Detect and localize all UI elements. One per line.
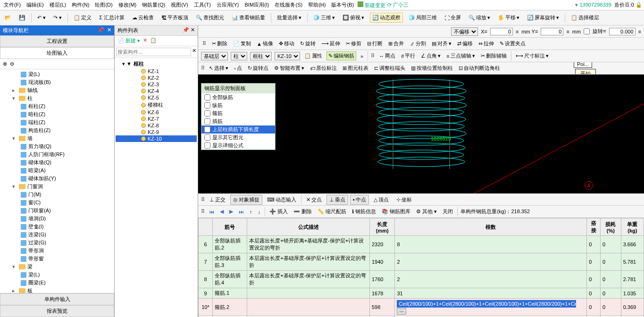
local3d-button[interactable]: 🧊 局部三维 [407, 13, 439, 22]
tree-item[interactable]: ▾ 门窗洞 [0, 183, 114, 191]
x-spinner[interactable]: ≡ [516, 29, 519, 34]
delete-button[interactable]: ➖ 删除 [292, 208, 313, 216]
menu-view[interactable]: 视图(V) [169, 0, 190, 9]
threeaux-button[interactable]: ≡ 三点辅轴 ▾ [445, 52, 476, 60]
tree-item[interactable]: 框柱(Z) [0, 102, 114, 110]
zoom-button[interactable]: 🔍 缩放 ▾ [467, 13, 492, 22]
tree-item[interactable]: 墙洞(D) [0, 215, 114, 223]
pan-button[interactable]: ✋ 平移 ▾ [496, 13, 521, 22]
redo-button[interactable]: ↷ ▾ [51, 14, 64, 22]
scale-button[interactable]: 📏 缩尺配筋 [316, 208, 348, 216]
grip-icon[interactable]: ⠿ [201, 197, 205, 203]
tree-item[interactable]: 梁(L) [0, 271, 114, 279]
setgrip-button[interactable]: ✎ 设置夹点 [498, 40, 527, 48]
display-option[interactable]: 上层柱插筋下插长度 [201, 125, 275, 133]
offset-button[interactable]: ⇄ 偏移 [456, 40, 474, 48]
findel-button[interactable]: 🔍 查找图元 [194, 13, 226, 22]
menu-file[interactable]: 文件(F) [2, 0, 23, 9]
table-row[interactable]: 8全部纵筋插筋.4本层露出长度+基础厚度-保护层+计算设置设定的弯折176020… [199, 271, 644, 288]
tree-item[interactable]: 现浇板(B) [0, 78, 114, 86]
grip-icon[interactable]: ⠿ [201, 40, 208, 47]
split-button[interactable]: ⫽ 分割 [408, 40, 427, 48]
view3d-button[interactable]: 🧊 三维 ▾ [311, 13, 337, 22]
component-item[interactable]: KZ-2 [116, 75, 197, 81]
collapse-icon[interactable]: ⊖ [10, 61, 14, 67]
floor-select[interactable]: 基础层 [201, 52, 228, 60]
menu-help[interactable]: 帮助(H) [306, 0, 327, 9]
align-button[interactable]: ▤ 对齐 ▾ [430, 40, 453, 48]
menu-bim[interactable]: BIM应用(I) [243, 0, 271, 9]
twopoint-button[interactable]: ↔ 两点 [377, 52, 397, 60]
item-select[interactable]: KZ-10 [275, 52, 300, 60]
rebar-data-grid[interactable]: 筋号公式描述长度(mm)根数搭接损耗(%)单重(kg)6全部纵筋插筋.2本层露出… [198, 218, 644, 317]
y-input[interactable] [541, 28, 563, 35]
break-button[interactable]: ⊟ 打断 [366, 40, 384, 48]
menu-edit[interactable]: 编辑(E) [25, 0, 46, 9]
rotate-button[interactable]: ↻ 旋转 [299, 40, 317, 48]
delete-icon[interactable]: ✕ [143, 37, 147, 44]
extend-button[interactable]: ⟶ 延伸 [320, 40, 342, 48]
subcategory-select[interactable]: 框柱 [250, 52, 272, 60]
pin-icon[interactable]: 📌 [98, 27, 104, 34]
pin-icon[interactable]: 📌 [183, 27, 189, 33]
tree-item[interactable]: 带形窗 [0, 255, 114, 263]
menu-rebar[interactable]: 钢筋量(Q) [140, 0, 167, 9]
adjend-button[interactable]: ⊏ 调整柱端头 [373, 64, 407, 72]
tree-item[interactable]: 窗(C) [0, 199, 114, 207]
dyn-toggle[interactable]: ⌨ 动态输入 [264, 195, 299, 205]
autocorner-button[interactable]: ⊡ 自动判断边角柱 [457, 64, 502, 72]
x-input[interactable] [490, 28, 513, 35]
display-option[interactable]: 显示其它图元 [201, 133, 275, 142]
coord-toggle[interactable]: ⊹ 坐标 [393, 195, 415, 205]
tree-item[interactable]: 门联窗(A) [0, 207, 114, 215]
component-item[interactable]: KZ-9 [116, 129, 197, 135]
nav-next-icon[interactable]: ▶ [228, 208, 234, 215]
parallel-button[interactable]: # 平行 [400, 52, 417, 60]
menu-floor[interactable]: 楼层(L) [48, 0, 68, 9]
tree-item[interactable]: 连梁(G) [0, 231, 114, 239]
display-option[interactable]: 插筋 [201, 117, 275, 125]
nav-last-icon[interactable]: ⏭ [237, 209, 245, 215]
search-input[interactable] [116, 48, 191, 56]
display-option[interactable]: 箍筋 [201, 109, 275, 117]
tree-item[interactable]: ▾ 墙 [0, 134, 114, 142]
menu-cloud[interactable]: 云应用(Y) [215, 0, 241, 9]
delaux-button[interactable]: ✂ 删除辅轴 [479, 52, 508, 60]
other-button[interactable]: ⚙ 其他 ▾ [415, 208, 438, 216]
rot-input[interactable] [609, 28, 636, 35]
more-icon[interactable]: » [359, 53, 365, 59]
point-button[interactable]: ▫ 点 [233, 64, 243, 72]
merge-button[interactable]: ⊞ 合并 [387, 40, 405, 48]
tree-item[interactable]: ▸ 板 [0, 287, 114, 293]
menu-version[interactable]: 版本号(B) [329, 0, 356, 9]
component-item[interactable]: 楼梯柱 [116, 101, 197, 109]
copy-button[interactable]: 📄 复制 [232, 40, 252, 48]
grip-icon[interactable]: ⠿ [201, 65, 205, 71]
grip-icon[interactable]: ⠿ [371, 53, 375, 59]
dynview-button[interactable]: 🔄 动态观察 [370, 13, 403, 23]
tree-item[interactable]: 暗柱(Z) [0, 110, 114, 118]
component-tree[interactable]: 梁(L) 现浇板(B)▸ 轴线▾ 柱 框柱(Z) 暗柱(Z) 端柱(Z) 构造柱… [0, 69, 114, 293]
expand-icon[interactable]: ⊕ [3, 61, 7, 67]
table-row[interactable]: 9箍筋.1167831001.035 [199, 288, 644, 299]
tree-item[interactable]: 暗梁(A) [0, 167, 114, 175]
up-icon[interactable]: ↑ [248, 209, 254, 215]
drawbypos-button[interactable]: ▥ 按墙位置绘制柱 [410, 64, 454, 72]
sumcalc-button[interactable]: Σ 汇总计算 [97, 13, 126, 22]
close-icon[interactable]: ✕ [191, 27, 195, 33]
grip-icon[interactable]: ⠿ [201, 209, 205, 215]
pointangle-button[interactable]: ∠ 点角 ▾ [419, 52, 442, 60]
rebar-display-panel[interactable]: 钢筋显示控制面板 全部纵筋 纵筋 箍筋 插筋 上层柱插筋下插长度 显示其它图元 … [201, 83, 276, 150]
mid-toggle[interactable]: ▪ 中点 [350, 195, 369, 205]
table-row[interactable]: 6全部纵筋插筋.2本层露出长度+错开距离+基础厚度-保护层+计算设置设定的弯折2… [199, 236, 644, 253]
origlabel-button[interactable]: 🏷 原位标注 [309, 64, 338, 72]
cross-toggle[interactable]: ✕ 交点 [303, 195, 325, 205]
tree-item[interactable]: 构造柱(Z) [0, 126, 114, 134]
menu-component[interactable]: 构件(N) [70, 0, 91, 9]
tree-item[interactable]: ▾ 柱 [0, 94, 114, 102]
user-badge[interactable]: ⟳ 广小三 [387, 1, 409, 8]
offset-mode-select[interactable]: 不偏移 [451, 27, 478, 36]
3d-viewport[interactable]: 1826019 钢筋显示控制面板 全部纵筋 纵筋 箍筋 插筋 上层柱插筋下插长度… [198, 75, 644, 193]
menu-online[interactable]: 在线服务(S) [273, 0, 304, 9]
component-item[interactable]: KZ-4 [116, 88, 197, 94]
